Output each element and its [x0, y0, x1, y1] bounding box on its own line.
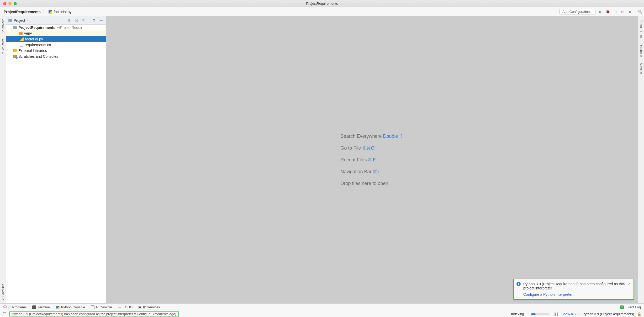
debug-icon[interactable]: 🐞 — [605, 9, 610, 14]
hint-goto-key: ⇧⌘O — [362, 145, 374, 151]
status-message[interactable]: Python 3.9 (ProjectRequirements) has bee… — [9, 311, 179, 316]
info-icon: i — [516, 282, 521, 286]
window-title: ProjectRequirements — [0, 2, 644, 6]
project-icon — [8, 19, 12, 22]
notification-text: Python 3.9 (ProjectRequirements) has bee… — [523, 282, 626, 290]
tree-node-requirements[interactable]: requirements.txt — [6, 42, 106, 48]
gear-icon[interactable]: ⚙ — [622, 282, 626, 286]
gear-icon[interactable]: ⚙ — [92, 18, 96, 23]
indexing-label: Indexing... — [511, 312, 527, 316]
tree-node-label: venv — [24, 31, 32, 35]
tool-tab-r-console[interactable]: R Console — [91, 305, 112, 309]
terminal-icon — [32, 305, 36, 309]
tool-tab-terminal[interactable]: Terminal — [32, 305, 50, 309]
toolbar-actions: Add Configuration... ▶ 🐞 ⬚ ◷ ■ 🔍 — [559, 9, 642, 14]
close-window-button[interactable] — [3, 2, 6, 5]
search-icon[interactable]: 🔍 — [638, 9, 642, 14]
tool-tab-todo[interactable]: ≔TODO — [118, 305, 133, 309]
configure-interpreter-link[interactable]: Configure a Python interpreter... — [523, 292, 575, 297]
profile-icon[interactable]: ◷ — [620, 9, 625, 14]
coverage-icon[interactable]: ⬚ — [613, 9, 617, 14]
window-titlebar: ProjectRequirements — [0, 0, 644, 7]
expand-all-icon[interactable]: ⇲ — [74, 18, 79, 23]
zoom-window-button[interactable] — [14, 2, 17, 5]
minimize-window-button[interactable] — [8, 2, 12, 5]
tree-external-libraries[interactable]: › External Libraries — [6, 48, 106, 54]
hint-search-label: Search Everywhere — [340, 134, 382, 139]
empty-editor-area[interactable]: Search Everywhere Double ⇧ Go to File ⇧⌘… — [106, 16, 638, 303]
python-file-icon — [20, 37, 24, 41]
tree-scratches[interactable]: › Scratches and Consoles — [6, 54, 106, 59]
hide-panel-icon[interactable]: — — [99, 18, 104, 23]
stop-icon[interactable]: ■ — [627, 9, 632, 14]
scratches-icon — [13, 55, 17, 58]
chevron-right-icon: 〉 — [42, 9, 47, 14]
close-icon[interactable]: ✕ — [628, 282, 631, 286]
navigation-toolbar: ProjectRequirements 〉 factorial.py Add C… — [0, 7, 644, 16]
chevron-down-icon: ▼ — [27, 19, 29, 22]
project-view-selector[interactable]: Project ▼ — [8, 18, 29, 23]
tool-tab-python-console[interactable]: Python Console — [56, 305, 85, 309]
python-icon — [56, 306, 60, 309]
pause-icon[interactable]: ❚❚ — [554, 312, 558, 316]
toolbar-separator — [635, 9, 635, 14]
tool-tab-database[interactable]: Database — [639, 43, 643, 57]
tree-node-label: Scratches and Consoles — [18, 54, 58, 59]
add-configuration-button[interactable]: Add Configuration... — [559, 9, 595, 14]
tool-tab-remote-host[interactable]: Remote Host — [639, 19, 643, 38]
hint-recent-key: ⌘E — [368, 157, 376, 162]
python-file-icon — [49, 10, 52, 14]
tree-root[interactable]: ⌄ ProjectRequirements ~/ProjectRequir — [6, 25, 106, 30]
tool-tab-favorites[interactable]: 2: Favorites — [1, 283, 6, 301]
right-tool-tabs: Remote Host Database SciView — [638, 16, 644, 303]
hint-recent-label: Recent Files — [340, 157, 367, 162]
tree-node-factorial[interactable]: factorial.py — [6, 36, 106, 42]
hint-nav-key: ⌘↑ — [373, 169, 380, 174]
tree-node-venv[interactable]: › venv — [6, 30, 106, 36]
main-body: 1: Project 7: Structure 2: Favorites Pro… — [0, 16, 644, 303]
tool-tab-services[interactable]: ▣8: Services — [138, 305, 160, 309]
source-folder-icon — [19, 32, 23, 35]
folder-icon — [13, 26, 17, 29]
show-all-processes-link[interactable]: Show all (2) — [562, 312, 580, 316]
disclosure-open-icon[interactable]: ⌄ — [8, 26, 12, 29]
libraries-icon — [13, 49, 17, 52]
tree-root-path: ~/ProjectRequir — [57, 25, 82, 30]
tool-tab-project[interactable]: 1: Project — [1, 19, 6, 33]
hint-drop-label: Drop files here to open — [340, 181, 388, 186]
disclosure-closed-icon[interactable]: › — [8, 55, 12, 58]
tree-node-label: External Libraries — [18, 49, 47, 53]
tree-node-label: requirements.txt — [25, 43, 51, 47]
r-icon — [91, 305, 94, 309]
todo-icon: ≔ — [118, 305, 121, 309]
tool-tab-problems[interactable]: 6: Problems — [3, 305, 27, 309]
traffic-lights — [0, 2, 17, 5]
status-bar: Python 3.9 (ProjectRequirements) has bee… — [0, 311, 644, 317]
tool-windows-icon[interactable] — [3, 312, 6, 316]
tool-tab-structure[interactable]: 7: Structure — [1, 38, 6, 55]
problems-icon — [3, 305, 7, 309]
interpreter-status[interactable]: Python 3.9 (ProjectRequirements) — [583, 312, 634, 316]
breadcrumb-root-label: ProjectRequirements — [4, 10, 41, 14]
lock-icon[interactable]: 🔒 — [637, 312, 641, 316]
indexing-progress — [531, 313, 550, 315]
notification-balloon: i ⚙ ✕ Python 3.9 (ProjectRequirements) h… — [513, 279, 634, 300]
breadcrumb-file[interactable]: factorial.py — [49, 10, 72, 14]
run-icon[interactable]: ▶ — [598, 9, 603, 14]
text-file-icon — [20, 43, 23, 47]
tree-root-label: ProjectRequirements — [18, 25, 55, 30]
collapse-all-icon[interactable]: ⇱ — [81, 18, 86, 23]
bottom-tool-strip: 6: Problems Terminal Python Console R Co… — [0, 303, 644, 311]
locate-icon[interactable]: ⊕ — [67, 18, 71, 23]
hint-search-key: Double ⇧ — [383, 134, 403, 139]
breadcrumb-root[interactable]: ProjectRequirements — [4, 10, 41, 14]
breadcrumb[interactable]: ProjectRequirements 〉 factorial.py — [4, 9, 72, 14]
tool-tab-event-log[interactable]: 1 Event Log — [620, 305, 641, 309]
disclosure-closed-icon[interactable]: › — [8, 49, 12, 52]
project-tool-window: Project ▼ ⊕ ⇲ ⇱ ⚙ — ⌄ ProjectRequirement… — [6, 16, 106, 303]
project-tree[interactable]: ⌄ ProjectRequirements ~/ProjectRequir › … — [6, 25, 106, 303]
hint-goto-label: Go to File — [340, 145, 361, 151]
tool-tab-sciview[interactable]: SciView — [639, 62, 643, 74]
project-panel-tools: ⊕ ⇲ ⇱ ⚙ — — [67, 18, 104, 23]
disclosure-closed-icon[interactable]: › — [14, 32, 17, 35]
